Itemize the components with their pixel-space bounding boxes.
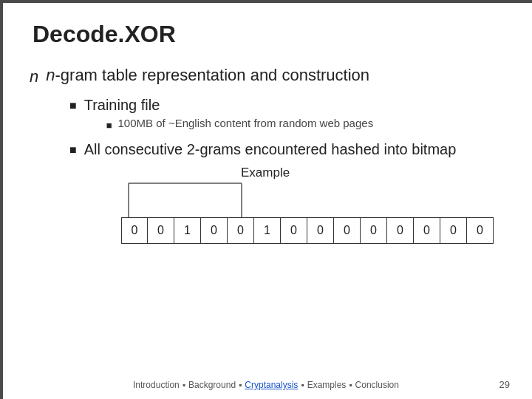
sub-sub-point-1: ■ 100MB of ~English content from random … [106,117,373,131]
footer-item-3: Examples [307,380,347,390]
training-detail: 100MB of ~English content from random we… [118,117,374,129]
training-file-label: Training file [84,97,373,114]
slide-title: Decode.XOR [33,21,502,48]
sub-point-bitmap-content: All consecutive 2-grams encountered hash… [84,141,457,158]
sub-point-training: ■ Training file ■ 100MB of ~English cont… [69,97,502,135]
sub-point-bitmap: ■ All consecutive 2-grams encountered ha… [69,141,502,158]
example-label: Example [241,166,502,180]
footer-item-4: Conclusion [355,380,399,390]
italic-n: n [46,66,55,84]
main-point-text: n-gram table representation and construc… [46,66,369,85]
bitmap-cell-4: 0 [228,217,254,244]
bitmap-cell-6: 0 [281,217,307,244]
bitmap-cell-3: 0 [201,217,228,244]
bitmap-cell-12: 0 [440,217,467,244]
bitmap-cell-9: 0 [361,217,387,244]
bitmap-description: All consecutive 2-grams encountered hash… [84,141,457,158]
sub-sub-points: ■ 100MB of ~English content from random … [106,117,373,131]
bitmap-cell-13: 0 [467,217,494,244]
main-bullet: n [30,67,38,86]
sub-points: ■ Training file ■ 100MB of ~English cont… [69,97,502,158]
bitmap-cell-2: 1 [174,217,201,244]
slide-content: Decode.XOR n n-gram table representation… [0,0,532,259]
footer-sep-3: ▪ [349,380,352,390]
bitmap-cell-8: 0 [334,217,361,244]
footer: Introduction ▪ Background ▪ Cryptanalysi… [0,380,532,390]
q-bullet-2: ■ [69,143,77,157]
slide: Decode.XOR n n-gram table representation… [0,0,532,399]
bitmap-cell-7: 0 [307,217,334,244]
bitmap-cell-11: 0 [414,217,440,244]
page-number: 29 [499,379,510,390]
footer-item-2[interactable]: Cryptanalysis [245,380,298,390]
sub-point-training-content: Training file ■ 100MB of ~English conten… [84,97,373,135]
bitmap-row: 00100100000000 [121,217,502,244]
footer-sep-0: ▪ [183,380,185,390]
footer-sep-2: ▪ [301,380,304,390]
n-bullet-1: ■ [106,120,112,131]
bracket-svg [121,182,417,217]
left-border [0,0,3,399]
q-bullet-1: ■ [69,99,77,112]
main-point: n n-gram table representation and constr… [30,66,502,86]
example-section: Example 00100100000000 [69,166,502,244]
bitmap-cell-1: 0 [148,217,174,244]
footer-item-1: Background [188,380,236,390]
footer-item-0: Introduction [133,380,180,390]
bitmap-cell-0: 0 [121,217,148,244]
top-border [0,0,532,3]
bitmap-cell-10: 0 [387,217,414,244]
footer-sep-1: ▪ [239,380,242,390]
bitmap-cell-5: 1 [254,217,281,244]
